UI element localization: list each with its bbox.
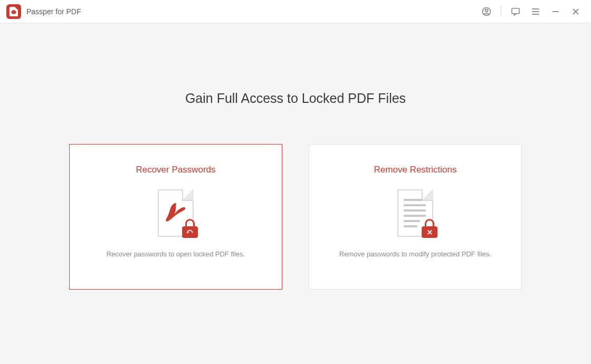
pdf-recover-icon [152, 188, 199, 238]
cards-container: Recover Passwords [69, 144, 522, 290]
app-title: Passper for PDF [26, 7, 81, 16]
close-button[interactable] [567, 3, 585, 21]
main-content: Gain Full Access to Locked PDF Files Rec… [0, 23, 591, 364]
remove-card-description: Remove passwords to modify protected PDF… [339, 250, 491, 258]
feedback-icon[interactable] [507, 3, 525, 21]
recover-passwords-card[interactable]: Recover Passwords [69, 144, 282, 290]
minimize-button[interactable] [547, 3, 565, 21]
svg-point-1 [485, 9, 488, 12]
remove-restrictions-card[interactable]: Remove Restrictions ✕ [309, 144, 522, 290]
main-heading: Gain Full Access to Locked PDF Files [185, 91, 406, 106]
titlebar-controls [478, 3, 585, 21]
remove-card-title: Remove Restrictions [374, 165, 457, 175]
titlebar-divider [501, 6, 501, 17]
account-icon[interactable] [478, 3, 495, 21]
menu-icon[interactable] [527, 3, 545, 21]
recover-card-title: Recover Passwords [136, 165, 215, 175]
titlebar: Passper for PDF [0, 0, 591, 23]
app-logo-icon [6, 4, 21, 19]
recover-card-description: Recover passwords to open locked PDF fil… [107, 250, 245, 258]
doc-remove-icon: ✕ [392, 188, 439, 238]
svg-rect-2 [512, 8, 519, 13]
